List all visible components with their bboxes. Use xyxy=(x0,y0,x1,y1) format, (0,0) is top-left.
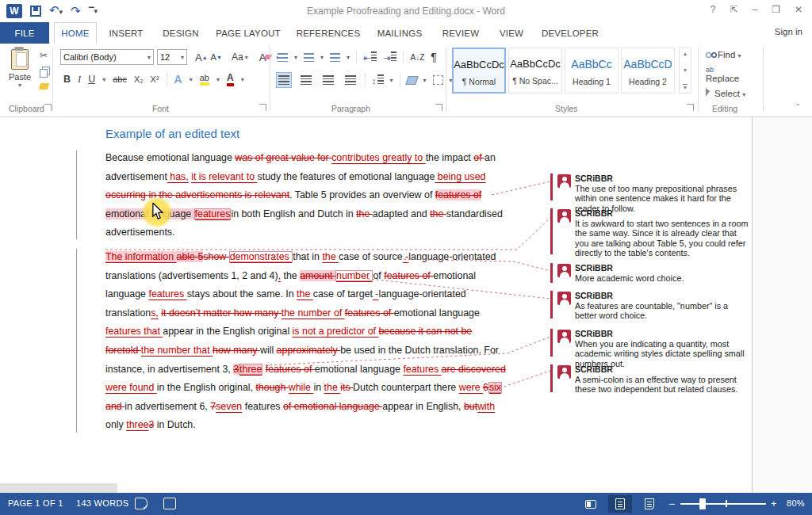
italic-button[interactable]: I xyxy=(78,74,81,86)
bold-button[interactable]: B xyxy=(63,74,71,85)
text-run: standardised xyxy=(446,208,503,219)
tab-design[interactable]: DESIGN xyxy=(155,22,206,44)
sign-in-link[interactable]: Sign in xyxy=(775,27,802,36)
text-run: the xyxy=(281,270,300,281)
bullets-dropdown-arrow[interactable]: ▾ xyxy=(294,54,297,61)
text-effects-button[interactable]: A xyxy=(174,73,182,86)
show-hide-paragraph-button[interactable]: ¶ xyxy=(431,51,437,63)
increase-indent-button[interactable]: ⇥ xyxy=(383,52,396,63)
close-icon[interactable]: ✕ xyxy=(795,4,802,15)
paste-button[interactable]: Paste ▾ xyxy=(5,48,35,89)
tab-view[interactable]: VIEW xyxy=(492,22,531,44)
font-family-combo[interactable]: Calibri (Body)▾ xyxy=(60,49,154,65)
underline-dropdown-arrow[interactable]: ▾ xyxy=(102,76,105,83)
minimize-icon[interactable]: – xyxy=(752,4,757,15)
tab-home[interactable]: HOME xyxy=(54,22,97,44)
document-canvas[interactable]: Example of an edited text Because emotio… xyxy=(0,117,812,493)
styles-scroll-up-icon[interactable]: ▲ xyxy=(683,51,688,56)
bullets-button[interactable] xyxy=(278,53,288,62)
highlight-dropdown-arrow[interactable]: ▾ xyxy=(216,76,220,83)
tab-references[interactable]: REFERENCES xyxy=(292,22,365,44)
comment-2[interactable]: SCRiBBRIt is awkward to start two senten… xyxy=(557,208,750,258)
align-center-button[interactable] xyxy=(298,72,314,88)
replace-button[interactable]: abReplace xyxy=(706,64,745,83)
read-mode-button[interactable] xyxy=(579,495,603,513)
paragraph-dialog-launcher-icon[interactable] xyxy=(435,104,442,111)
multilevel-list-button[interactable] xyxy=(330,53,340,62)
collapse-ribbon-icon[interactable]: ⌃ xyxy=(795,102,801,111)
grow-font-button[interactable]: A▲ xyxy=(195,52,208,63)
paste-dropdown-arrow[interactable]: ▾ xyxy=(5,82,35,89)
font-color-dropdown-arrow[interactable]: ▾ xyxy=(241,76,244,83)
borders-button[interactable] xyxy=(433,75,443,85)
text-run: being used xyxy=(435,171,485,182)
style-card--normal[interactable]: AaBbCcDc¶ Normal xyxy=(452,48,506,93)
style-card-heading-1[interactable]: AaBbCcHeading 1 xyxy=(565,48,619,93)
line-spacing-button[interactable]: ↕ xyxy=(372,74,384,86)
text-run: able 5 xyxy=(177,251,204,262)
tab-page-layout[interactable]: PAGE LAYOUT xyxy=(211,22,285,44)
text-run: the number that xyxy=(141,345,213,356)
decrease-indent-button[interactable]: ⇤ xyxy=(363,52,377,63)
find-button[interactable]: Find ▾ xyxy=(706,50,745,59)
multilevel-dropdown-arrow[interactable]: ▾ xyxy=(347,54,350,61)
format-painter-icon[interactable] xyxy=(39,83,49,90)
numbering-button[interactable] xyxy=(304,53,314,62)
maximize-icon[interactable]: ❐ xyxy=(772,4,780,15)
page-indicator[interactable]: PAGE 1 OF 1 xyxy=(8,498,63,508)
copy-icon[interactable] xyxy=(40,69,48,78)
text-run: will xyxy=(260,345,277,356)
clipboard-dialog-launcher-icon[interactable] xyxy=(44,104,52,111)
help-icon[interactable]: ? xyxy=(710,4,716,15)
sort-button[interactable]: A↓Z xyxy=(410,53,424,62)
macro-recording-icon[interactable] xyxy=(163,498,176,509)
change-case-button[interactable]: Aa ▾ xyxy=(232,52,248,63)
tab-file[interactable]: FILE xyxy=(0,22,49,44)
text-run: translations (advertisements 1, 2 and 4) xyxy=(105,270,278,281)
comment-3[interactable]: SCRiBBRMore academic word choice. xyxy=(557,263,750,283)
zoom-slider-thumb[interactable] xyxy=(699,498,706,509)
web-layout-button[interactable] xyxy=(638,495,661,513)
subscript-button[interactable]: X₂ xyxy=(134,74,144,84)
tab-developer[interactable]: DEVELOPER xyxy=(536,22,604,44)
select-button[interactable]: Select ▾ xyxy=(706,88,745,98)
align-right-button[interactable] xyxy=(320,72,336,88)
tab-insert[interactable]: INSERT xyxy=(102,22,151,44)
style-card--no-spac-[interactable]: AaBbCcDc¶ No Spac... xyxy=(508,48,562,93)
comment-5[interactable]: SCRiBBRWhen you are indicating a quantit… xyxy=(557,329,750,368)
font-size-combo[interactable]: 12▾ xyxy=(157,49,187,65)
numbering-dropdown-arrow[interactable]: ▾ xyxy=(320,54,324,61)
comment-6[interactable]: SCRiBBRA semi-colon is an effective way … xyxy=(557,364,750,395)
highlight-color-button[interactable]: ab xyxy=(200,73,209,86)
text-run: emotional xyxy=(433,270,476,281)
zoom-out-button[interactable]: − xyxy=(668,498,675,510)
align-left-button[interactable] xyxy=(276,72,292,88)
cut-icon[interactable]: ✂ xyxy=(40,50,48,61)
styles-dialog-launcher-icon[interactable] xyxy=(687,104,694,111)
justify-button[interactable] xyxy=(343,72,358,88)
zoom-percentage[interactable]: 80% xyxy=(787,498,805,508)
line-spacing-dropdown-arrow[interactable]: ▾ xyxy=(390,77,393,84)
zoom-in-button[interactable]: + xyxy=(771,498,777,509)
ribbon-display-options-icon[interactable]: ⇱ xyxy=(730,4,737,15)
font-dialog-launcher-icon[interactable] xyxy=(259,104,266,111)
word-count-indicator[interactable]: 143 WORDS xyxy=(76,498,128,508)
print-layout-button[interactable] xyxy=(608,495,632,513)
zoom-slider-track[interactable] xyxy=(680,503,766,505)
styles-more-icon[interactable]: ▼ xyxy=(683,84,688,90)
comment-1[interactable]: SCRiBBRThe use of too many prepositional… xyxy=(557,174,750,213)
superscript-button[interactable]: X² xyxy=(151,74,159,84)
tab-mailings[interactable]: MAILINGS xyxy=(370,22,430,44)
font-color-button[interactable]: A xyxy=(227,72,234,86)
tab-review[interactable]: REVIEW xyxy=(435,22,487,44)
shading-dropdown-arrow[interactable]: ▾ xyxy=(423,77,427,84)
shrink-font-button[interactable]: A▼ xyxy=(211,52,222,62)
proofing-status-icon[interactable]: ✓ xyxy=(135,498,147,509)
comment-4[interactable]: SCRiBBRAs features are countable, "numbe… xyxy=(557,291,750,321)
styles-scroll-down-icon[interactable]: ▼ xyxy=(683,67,688,73)
style-card-heading-2[interactable]: AaBbCcDHeading 2 xyxy=(621,48,675,93)
shading-button[interactable] xyxy=(405,76,419,85)
underline-button[interactable]: U xyxy=(88,74,95,85)
text-run: the impact xyxy=(426,152,474,163)
strikethrough-button[interactable]: abc xyxy=(113,74,127,84)
